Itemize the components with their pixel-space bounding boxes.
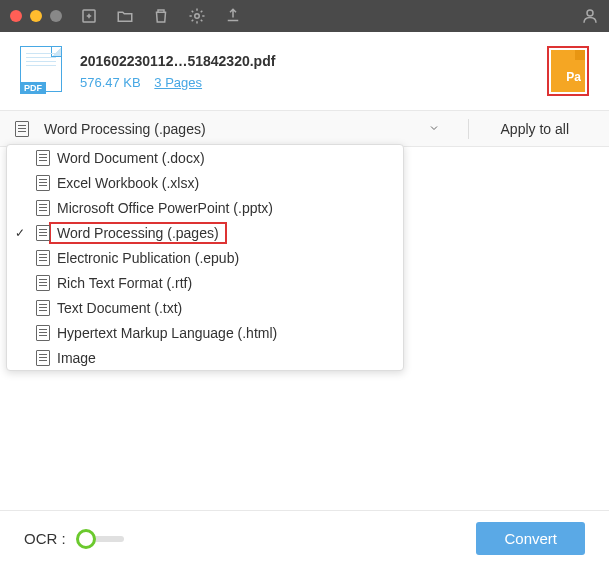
doc-icon: [29, 325, 57, 341]
svg-point-3: [195, 14, 200, 19]
doc-icon: [29, 150, 57, 166]
format-selector-row: Word Processing (.pages) Apply to all: [0, 111, 609, 147]
output-format-label: Pa: [566, 70, 581, 84]
dropdown-item-label: Word Processing (.pages): [57, 225, 219, 241]
gear-icon[interactable]: [188, 7, 206, 25]
selected-format-label: Word Processing (.pages): [44, 121, 206, 137]
dropdown-item[interactable]: Hypertext Markup Language (.html): [7, 320, 403, 345]
dropdown-item-label: Microsoft Office PowerPoint (.pptx): [57, 200, 395, 216]
doc-icon: [29, 300, 57, 316]
window-controls: [10, 10, 62, 22]
check-icon: ✓: [15, 226, 29, 240]
format-dropdown-trigger[interactable]: Word Processing (.pages): [44, 121, 428, 137]
pdf-badge: PDF: [20, 82, 46, 94]
chevron-down-icon[interactable]: [428, 120, 440, 138]
footer: OCR : Convert: [0, 510, 609, 566]
doc-icon: [29, 350, 57, 366]
doc-icon: [29, 175, 57, 191]
doc-icon: [29, 250, 57, 266]
folder-icon[interactable]: [116, 7, 134, 25]
doc-icon: [29, 200, 57, 216]
convert-button[interactable]: Convert: [476, 522, 585, 555]
dropdown-item[interactable]: Image: [7, 345, 403, 370]
minimize-window-button[interactable]: [30, 10, 42, 22]
apply-to-all-button[interactable]: Apply to all: [481, 121, 609, 137]
dropdown-item[interactable]: Microsoft Office PowerPoint (.pptx): [7, 195, 403, 220]
output-format-badge: Pa: [547, 46, 589, 96]
divider: [468, 119, 469, 139]
dropdown-item-label: Text Document (.txt): [57, 300, 395, 316]
dropdown-item[interactable]: Rich Text Format (.rtf): [7, 270, 403, 295]
dropdown-item-label: Hypertext Markup Language (.html): [57, 325, 395, 341]
dropdown-item[interactable]: ✓Word Processing (.pages): [7, 220, 403, 245]
dropdown-item[interactable]: Excel Workbook (.xlsx): [7, 170, 403, 195]
dropdown-item-label: Electronic Publication (.epub): [57, 250, 395, 266]
svg-point-4: [587, 10, 593, 16]
file-info: 201602230112…51842320.pdf 576.47 KB 3 Pa…: [80, 53, 547, 90]
doc-icon: [29, 275, 57, 291]
titlebar: [0, 0, 609, 32]
user-icon[interactable]: [581, 7, 599, 25]
dropdown-item-label: Rich Text Format (.rtf): [57, 275, 395, 291]
close-window-button[interactable]: [10, 10, 22, 22]
file-row: PDF 201602230112…51842320.pdf 576.47 KB …: [0, 32, 609, 111]
pdf-file-icon: PDF: [20, 46, 62, 96]
format-dropdown-menu: Word Document (.docx)Excel Workbook (.xl…: [6, 144, 404, 371]
file-name: 201602230112…51842320.pdf: [80, 53, 547, 69]
ocr-toggle[interactable]: [76, 529, 124, 549]
pages-link[interactable]: 3 Pages: [154, 75, 202, 90]
dropdown-item-label: Word Document (.docx): [57, 150, 395, 166]
doc-icon: [0, 121, 44, 137]
export-icon[interactable]: [224, 7, 242, 25]
dropdown-item-label: Excel Workbook (.xlsx): [57, 175, 395, 191]
add-file-icon[interactable]: [80, 7, 98, 25]
toolbar: [80, 7, 242, 25]
fullscreen-window-button[interactable]: [50, 10, 62, 22]
ocr-label: OCR :: [24, 530, 66, 547]
dropdown-item[interactable]: Electronic Publication (.epub): [7, 245, 403, 270]
trash-icon[interactable]: [152, 7, 170, 25]
dropdown-item[interactable]: Word Document (.docx): [7, 145, 403, 170]
dropdown-item-label: Image: [57, 350, 395, 366]
file-size: 576.47 KB: [80, 75, 141, 90]
dropdown-item[interactable]: Text Document (.txt): [7, 295, 403, 320]
